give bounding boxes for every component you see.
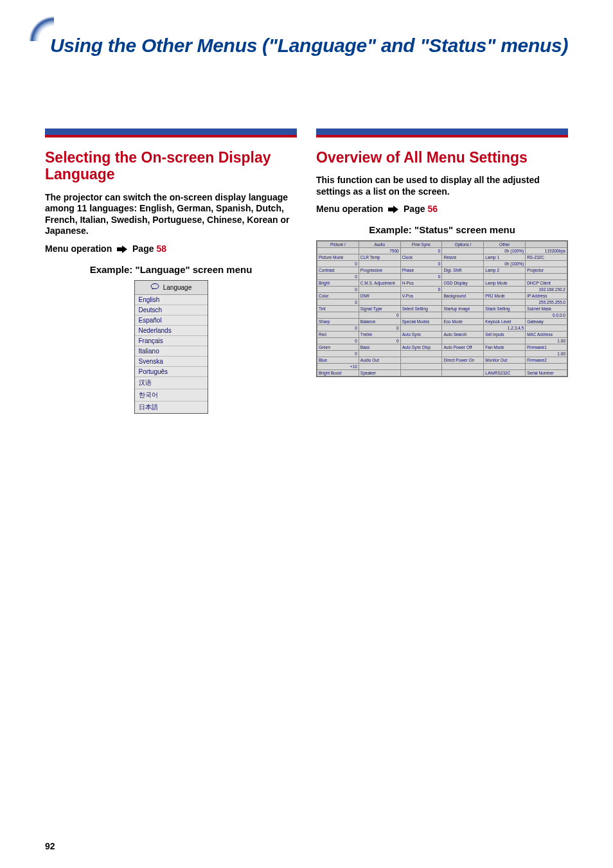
status-label-cell: Monitor Out: [484, 357, 526, 364]
right-heading: Overview of All Menu Settings: [316, 149, 568, 166]
status-label-cell: Treble: [359, 332, 400, 338]
status-label-cell: Firmware2: [526, 357, 567, 364]
language-option: 한국어: [135, 389, 208, 401]
left-heading: Selecting the On-screen Display Language: [45, 149, 297, 183]
status-value-cell: 255.255.255.0: [526, 299, 567, 306]
status-value-cell: 0: [359, 312, 400, 319]
language-option: Nederlands: [135, 325, 208, 335]
menu-op-text: Menu operation: [45, 244, 112, 254]
status-label-cell: Lamp Mode: [484, 280, 526, 287]
status-label-cell: Keylock Level: [484, 319, 526, 325]
section-bar: [45, 128, 297, 137]
status-label-cell: Eco Mode: [442, 319, 484, 325]
status-value-cell: [484, 364, 526, 370]
status-label-cell: Set Inputs: [484, 332, 526, 338]
status-label-cell: Speaker: [359, 370, 400, 376]
status-label-cell: Direct Power On: [442, 357, 484, 364]
status-value-cell: 0: [317, 287, 359, 293]
right-arrow-icon: [388, 205, 398, 215]
page-title: Using the Other Menus ("Language" and "S…: [50, 35, 568, 57]
status-label-cell: Bright Boost: [317, 370, 359, 376]
status-label-cell: DNR: [359, 293, 400, 299]
status-header-cell: Other: [484, 242, 526, 248]
status-value-cell: 0: [400, 248, 442, 254]
status-value-cell: 0: [317, 325, 359, 332]
status-value-cell: [484, 287, 526, 293]
status-value-cell: [400, 299, 442, 306]
status-label-cell: Balance: [359, 319, 400, 325]
language-option: Français: [135, 335, 208, 346]
status-label-cell: RS-232C: [526, 254, 567, 261]
right-column: Overview of All Menu Settings This funct…: [316, 128, 568, 414]
right-menu-operation: Menu operation Page 56: [316, 204, 568, 215]
status-value-cell: [484, 351, 526, 357]
status-label-cell: LAN/RS232C: [484, 370, 526, 376]
language-option: 汉语: [135, 376, 208, 389]
status-value-cell: [442, 299, 484, 306]
status-value-cell: [400, 351, 442, 357]
status-label-cell: V-Pos: [400, 293, 442, 299]
status-value-cell: [526, 261, 567, 267]
status-label-cell: Resize: [442, 254, 484, 261]
status-label-cell: Sharp: [317, 319, 359, 325]
page-number-ref: 58: [156, 244, 166, 254]
page-number: 92: [45, 841, 55, 851]
status-value-cell: [400, 325, 442, 332]
status-label-cell: MAC Address: [526, 332, 567, 338]
status-header-cell: Options /: [442, 242, 484, 248]
status-value-cell: [359, 261, 400, 267]
status-value-cell: [442, 248, 484, 254]
status-value-cell: [317, 248, 359, 254]
status-value-cell: [526, 274, 567, 280]
status-value-cell: 0: [400, 261, 442, 267]
left-body-text: The projector can switch the on-screen d…: [45, 192, 297, 237]
status-label-cell: Phase: [400, 267, 442, 274]
status-value-cell: 0: [359, 338, 400, 344]
language-menu-panel: Language EnglishDeutschEspañolNederlands…: [134, 280, 208, 414]
language-option: English: [135, 295, 208, 305]
status-label-cell: CLR Temp: [359, 254, 400, 261]
status-label-cell: Startup Image: [442, 306, 484, 312]
status-value-cell: 0: [317, 261, 359, 267]
status-label-cell: Color: [317, 293, 359, 299]
language-option: Português: [135, 366, 208, 376]
language-option: Deutsch: [135, 305, 208, 315]
status-label-cell: Stack Setting: [484, 306, 526, 312]
status-label-cell: Bright: [317, 280, 359, 287]
status-value-cell: [359, 274, 400, 280]
page-label: Page: [404, 204, 425, 214]
left-example-label: Example: "Language" screen menu: [45, 264, 297, 275]
language-option: 日本語: [135, 401, 208, 413]
status-label-cell: Fan Mode: [484, 344, 526, 351]
status-label-cell: Red: [317, 332, 359, 338]
status-header-cell: [526, 242, 567, 248]
left-column: Selecting the On-screen Display Language…: [45, 128, 297, 414]
status-value-cell: 0: [317, 299, 359, 306]
svg-point-4: [151, 283, 159, 288]
status-label-cell: Subnet Mask: [526, 306, 567, 312]
status-label-cell: OSD Display: [442, 280, 484, 287]
status-label-cell: Lamp 2: [484, 267, 526, 274]
status-value-cell: [442, 338, 484, 344]
status-value-cell: [526, 364, 567, 370]
status-label-cell: [442, 370, 484, 376]
status-value-cell: [317, 312, 359, 319]
status-value-cell: 1.00: [526, 351, 567, 357]
status-value-cell: [400, 338, 442, 344]
status-value-cell: 192.168.150.2: [526, 287, 567, 293]
status-value-cell: 0: [400, 287, 442, 293]
status-value-cell: 0.0.0.0: [526, 312, 567, 319]
status-label-cell: Bass: [359, 344, 400, 351]
status-label-cell: PRJ Mode: [484, 293, 526, 299]
status-header-cell: Audio: [359, 242, 400, 248]
status-label-cell: Signal Type: [359, 306, 400, 312]
status-label-cell: Auto Power Off: [442, 344, 484, 351]
status-value-cell: [484, 274, 526, 280]
status-value-cell: [400, 312, 442, 319]
status-value-cell: 0: [317, 338, 359, 344]
status-value-cell: [359, 351, 400, 357]
status-label-cell: Special Modes: [400, 319, 442, 325]
language-header-text: Language: [163, 284, 192, 291]
status-value-cell: 0h (100%): [484, 248, 526, 254]
status-value-cell: [442, 351, 484, 357]
